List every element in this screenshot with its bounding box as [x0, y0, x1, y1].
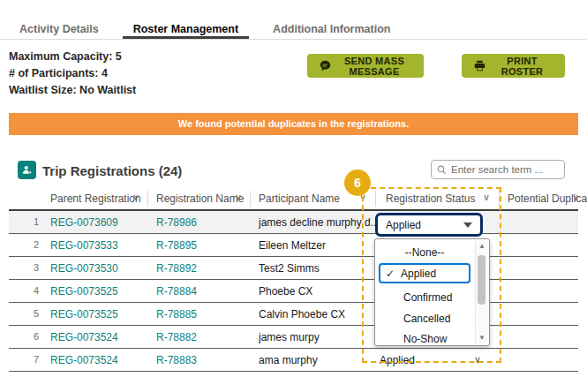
- participant-name: james decline murphy d...: [259, 216, 378, 229]
- print-roster-label: PRINT ROSTER: [492, 56, 553, 77]
- dropdown-option-none[interactable]: --None--: [379, 242, 470, 262]
- row-number: 2: [16, 239, 39, 250]
- column-separator: [147, 191, 148, 207]
- registration-status-cell[interactable]: Applied: [380, 354, 415, 366]
- status-edit-chevron-icon[interactable]: ∨: [474, 354, 481, 366]
- col-header-registration-status[interactable]: Registration Status: [386, 192, 475, 205]
- dropdown-option-label: Applied: [401, 268, 436, 280]
- parent-registration-link[interactable]: REG-0073609: [50, 216, 118, 229]
- parent-registration-link[interactable]: REG-0073524: [50, 354, 118, 366]
- col-header-parent-registration[interactable]: Parent Registration: [50, 192, 141, 205]
- table-row[interactable]: 2 REG-0073533 R-78895 Eileen Meltzer: [9, 234, 578, 257]
- status-dropdown-panel: --None-- ✓ Applied Confirmed Cancelled N…: [374, 238, 490, 346]
- registration-name-link[interactable]: R-78892: [156, 262, 197, 275]
- column-separator: [499, 191, 500, 207]
- send-mass-message-button[interactable]: SEND MASS MESSAGE: [307, 54, 424, 78]
- table-header-row: Parent Registration ∨ Registration Name …: [9, 187, 578, 211]
- printer-icon: [474, 60, 485, 72]
- capacity-summary: Maximum Capacity: 5 # of Participants: 4…: [9, 49, 136, 99]
- status-select-value: Applied: [386, 219, 421, 231]
- chat-bubble-icon: [320, 60, 331, 72]
- search-box: [431, 160, 565, 179]
- column-separator: [375, 191, 376, 207]
- registration-name-link[interactable]: R-78883: [156, 354, 197, 366]
- checkmark-icon: ✓: [386, 268, 395, 280]
- roster-management-screen: Activity Details Roster Management Addit…: [0, 0, 587, 392]
- participant-name: Test2 Simms: [259, 262, 320, 275]
- scroll-up-icon[interactable]: ▲: [476, 241, 488, 252]
- registration-name-link[interactable]: R-78884: [156, 285, 197, 298]
- registration-status-select[interactable]: Applied: [375, 213, 483, 237]
- participants-text: # of Participants: 4: [9, 65, 136, 82]
- row-number: 3: [16, 262, 39, 273]
- col-header-registration-name[interactable]: Registration Name: [156, 192, 244, 205]
- duplicates-warning-banner: We found potential duplicates in the reg…: [9, 113, 578, 135]
- max-capacity-text: Maximum Capacity: 5: [9, 49, 136, 65]
- table-row[interactable]: 1 REG-0073609 R-78986 james decline murp…: [9, 211, 578, 234]
- registration-name-link[interactable]: R-78882: [156, 331, 197, 343]
- search-input[interactable]: [451, 164, 559, 175]
- search-icon: [437, 165, 447, 175]
- section-title: Trip Registrations (24): [42, 163, 182, 178]
- select-caret-icon: [463, 222, 472, 228]
- col-menu-chevron-icon[interactable]: ∨: [572, 192, 579, 203]
- waitlist-text: Waitlist Size: No Waitlist: [9, 82, 136, 99]
- scroll-down-icon[interactable]: ▼: [476, 333, 488, 343]
- participant-name: Eileen Meltzer: [259, 239, 326, 252]
- parent-registration-link[interactable]: REG-0073533: [50, 239, 118, 252]
- tab-bar: Activity Details Roster Management Addit…: [0, 19, 587, 40]
- scrollbar-thumb[interactable]: [478, 255, 485, 305]
- participant-name: Calvin Phoebe CX: [259, 308, 345, 320]
- registration-name-link[interactable]: R-78885: [156, 308, 197, 320]
- table-row[interactable]: 7 REG-0073524 R-78883 ama murphy Applied…: [9, 349, 578, 372]
- registration-name-link[interactable]: R-78986: [156, 216, 197, 229]
- tab-additional-information[interactable]: Additional Information: [262, 19, 401, 39]
- dropdown-scrollbar[interactable]: ▲ ▼: [475, 241, 487, 343]
- participant-name: ama murphy: [259, 354, 318, 366]
- dropdown-option-no-show[interactable]: No-Show: [379, 328, 470, 349]
- row-number: 6: [16, 331, 39, 342]
- registration-name-link[interactable]: R-78895: [156, 239, 197, 252]
- row-number: 5: [16, 308, 39, 319]
- row-number: 7: [16, 354, 39, 365]
- row-number: 4: [16, 285, 39, 296]
- table-row[interactable]: 4 REG-0073525 R-78884 Phoebe CX: [9, 280, 578, 303]
- registrations-table: Parent Registration ∨ Registration Name …: [9, 187, 578, 372]
- dropdown-option-applied[interactable]: ✓ Applied: [379, 263, 470, 283]
- col-menu-chevron-icon[interactable]: ∨: [132, 192, 139, 203]
- table-row[interactable]: 3 REG-0073530 R-78892 Test2 Simms: [9, 257, 578, 280]
- parent-registration-link[interactable]: REG-0073525: [50, 308, 118, 320]
- tab-roster-management[interactable]: Roster Management: [123, 19, 249, 39]
- table-row[interactable]: 6 REG-0073524 R-78882 james murpy: [9, 326, 578, 349]
- col-menu-chevron-icon[interactable]: ∨: [235, 192, 242, 203]
- dropdown-option-cancelled[interactable]: Cancelled: [379, 308, 470, 328]
- send-mass-message-label: SEND MASS MESSAGE: [337, 56, 411, 77]
- col-menu-chevron-icon[interactable]: ∨: [483, 192, 490, 203]
- tab-activity-details[interactable]: Activity Details: [9, 19, 109, 39]
- duplicates-warning-text: We found potential duplicates in the reg…: [178, 118, 409, 129]
- col-header-participant-name[interactable]: Participant Name: [259, 192, 340, 205]
- parent-registration-link[interactable]: REG-0073525: [50, 285, 118, 298]
- dropdown-option-confirmed[interactable]: Confirmed: [379, 287, 470, 307]
- parent-registration-link[interactable]: REG-0073530: [50, 262, 118, 275]
- people-icon: [18, 161, 36, 179]
- print-roster-button[interactable]: PRINT ROSTER: [462, 54, 565, 78]
- table-row[interactable]: 5 REG-0073525 R-78885 Calvin Phoebe CX: [9, 303, 578, 326]
- parent-registration-link[interactable]: REG-0073524: [50, 331, 118, 343]
- column-separator: [250, 191, 251, 207]
- row-number: 1: [16, 216, 39, 227]
- participant-name: Phoebe CX: [259, 285, 312, 298]
- col-menu-chevron-icon[interactable]: ∨: [359, 192, 366, 203]
- participant-name: james murpy: [259, 331, 320, 343]
